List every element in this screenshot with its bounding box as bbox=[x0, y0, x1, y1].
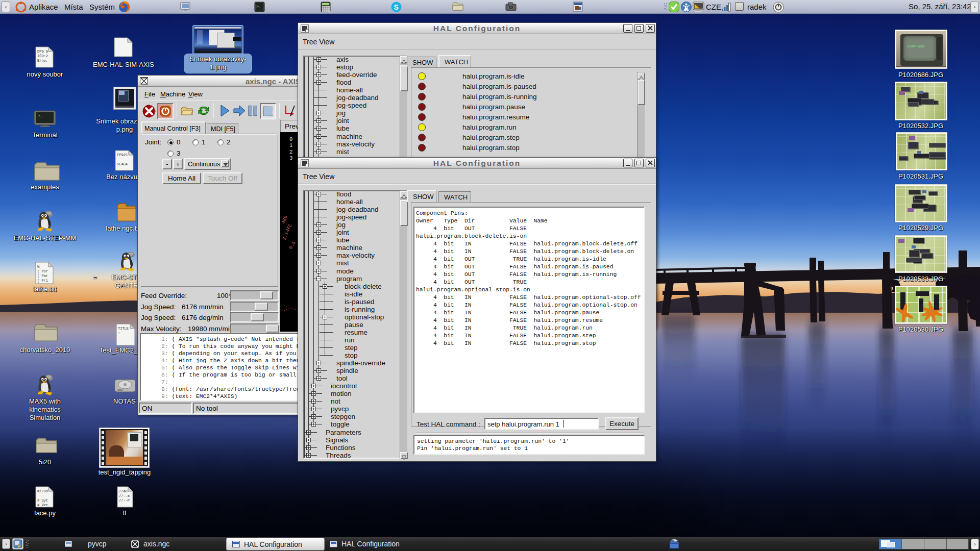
svg-text:480: 480 bbox=[281, 215, 288, 224]
svg-text:4FC: 4FC bbox=[285, 223, 293, 233]
svg-text:S: S bbox=[394, 3, 399, 11]
svg-text:>_: >_ bbox=[38, 113, 43, 118]
svg-text:>_: >_ bbox=[256, 4, 261, 9]
svg-text:3.1: 3.1 bbox=[282, 231, 289, 241]
svg-text:0.5: 0.5 bbox=[288, 240, 297, 250]
